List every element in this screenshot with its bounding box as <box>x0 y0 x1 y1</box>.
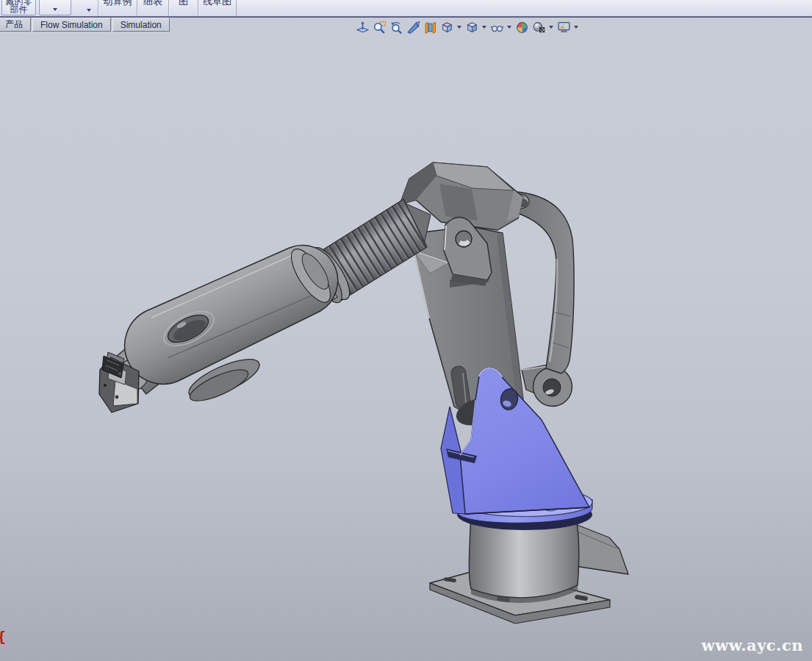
linkage-handle[interactable] <box>514 192 574 374</box>
watermark-text: www.ayc.cn <box>702 636 803 654</box>
base-fin[interactable] <box>575 524 628 574</box>
solidworks-window: 藏的零 部件 动算例 细表 图 线草图 产品 Flow Simulation S… <box>0 0 812 661</box>
robot-arm-model[interactable] <box>99 162 628 624</box>
left-edge-red-mark: { <box>0 628 6 646</box>
graphics-viewport[interactable] <box>0 0 812 661</box>
